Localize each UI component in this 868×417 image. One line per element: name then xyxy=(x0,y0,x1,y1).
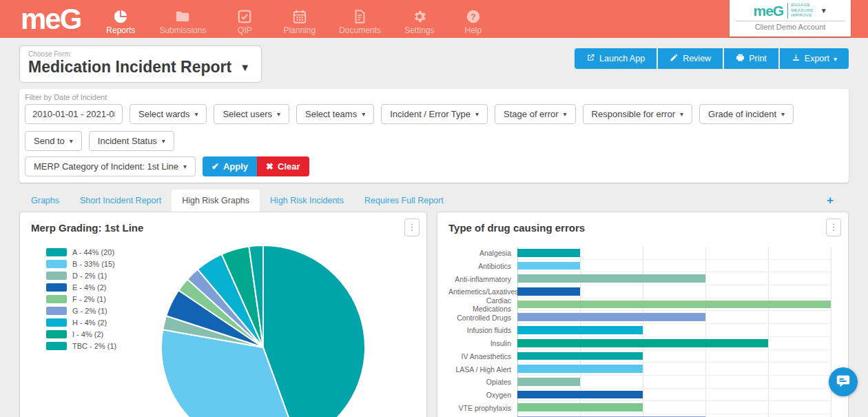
tab-high-risk-incidents[interactable]: High Risk Incidents xyxy=(260,190,354,212)
bar[interactable] xyxy=(517,262,580,270)
chevron-down-icon: ▾ xyxy=(781,110,785,118)
chevron-down-icon: ▾ xyxy=(194,110,198,118)
chevron-down-icon: ▾ xyxy=(475,110,479,118)
bar-category-label: VTE prophylaxis xyxy=(448,404,517,412)
nav-item-settings[interactable]: Settings xyxy=(404,9,435,35)
bar[interactable] xyxy=(517,403,643,411)
bar[interactable] xyxy=(517,301,831,309)
add-tab-button[interactable]: + xyxy=(827,194,834,207)
filter-incident-status-dropdown[interactable]: Incident Status▾ xyxy=(89,131,174,151)
bar-category-label: Oxygen xyxy=(448,391,517,399)
nav-item-help[interactable]: ?Help xyxy=(458,9,488,35)
bar[interactable] xyxy=(517,249,580,257)
legend-swatch xyxy=(46,330,67,338)
pie-chart-title: Merp Grading: 1st Line xyxy=(20,212,426,234)
filter-stage-of-error-dropdown[interactable]: Stage of error▾ xyxy=(495,104,576,124)
bar[interactable] xyxy=(517,391,643,399)
filter-grade-of-incident-dropdown[interactable]: Grade of incident▾ xyxy=(699,104,794,124)
top-navbar: meG ReportsSubmissionsQIPPlanningDocumen… xyxy=(0,0,868,38)
pie-chart-icon xyxy=(113,9,128,24)
apply-button[interactable]: ✔ Apply xyxy=(203,156,257,176)
account-logo-row: meG ENGAGE MEASURE IMPROVE ▼ xyxy=(735,3,845,21)
bar-category-label: Infusion fluids xyxy=(448,326,517,334)
legend-item-b[interactable]: B - 33% (15) xyxy=(46,260,116,268)
folder-icon xyxy=(175,9,190,24)
page-content: Choose Form: Medication Incident Report … xyxy=(0,38,868,417)
bar-row-antibiotics: Antibiotics xyxy=(448,260,831,273)
date-range-input[interactable] xyxy=(25,104,123,124)
chevron-down-icon: ▾ xyxy=(680,110,683,118)
filter-merp-category-of-incident-1st-line-dropdown[interactable]: MERP Category of Incident: 1st Line▾ xyxy=(25,156,196,176)
bar[interactable] xyxy=(517,326,643,334)
tab-high-risk-graphs[interactable]: High Risk Graphs xyxy=(172,190,260,212)
tab-graphs[interactable]: Graphs xyxy=(21,190,70,212)
legend-swatch xyxy=(46,307,67,315)
legend-item-h[interactable]: H - 4% (2) xyxy=(46,318,116,327)
bar-row-lasa-high-alert: LASA / High Alert xyxy=(448,363,831,376)
legend-swatch xyxy=(46,272,67,280)
bar-row-vte-prophylaxis: VTE prophylaxis xyxy=(448,401,831,414)
bar[interactable] xyxy=(517,287,580,296)
bar[interactable] xyxy=(517,378,580,386)
print-button[interactable]: Print xyxy=(724,48,778,69)
bar[interactable] xyxy=(517,339,768,347)
legend-item-a[interactable]: A - 44% (20) xyxy=(46,248,116,256)
bar-chart-title: Type of drug causing errors xyxy=(437,212,848,234)
legend-swatch xyxy=(46,342,67,350)
panel-menu-button[interactable]: ⋮ xyxy=(826,218,841,236)
filter-select-wards-dropdown[interactable]: Select wards▾ xyxy=(130,104,207,124)
filter-send-to-dropdown[interactable]: Send to▾ xyxy=(25,131,82,151)
bar-row-anti-inflammatory: Anti-inflammatory xyxy=(448,272,831,285)
chat-button[interactable] xyxy=(829,367,858,396)
report-tabs: GraphsShort Incident ReportHigh Risk Gra… xyxy=(19,190,849,212)
bar-row-iv-anaesthetics: IV Anaesthetics xyxy=(448,350,831,363)
bar[interactable] xyxy=(517,313,705,321)
account-switcher[interactable]: meG ENGAGE MEASURE IMPROVE ▼ Client Demo… xyxy=(730,0,851,37)
filter-incident-error-type-dropdown[interactable]: Incident / Error Type▾ xyxy=(381,104,488,124)
form-selector[interactable]: Choose Form: Medication Incident Report … xyxy=(19,45,262,83)
legend-item-i[interactable]: I - 4% (2) xyxy=(46,330,116,338)
legend-swatch xyxy=(46,260,67,268)
pie-chart[interactable] xyxy=(159,243,367,417)
filter-responsible-for-error-dropdown[interactable]: Responsible for error▾ xyxy=(583,104,692,124)
legend-item-tbc[interactable]: TBC - 2% (1) xyxy=(46,342,116,350)
nav-item-submissions[interactable]: Submissions xyxy=(159,9,206,35)
meg-account-logo: meG xyxy=(753,3,783,18)
bar-category-label: Antiemetics/Laxatives xyxy=(448,287,517,296)
chevron-down-icon[interactable]: ▼ xyxy=(820,7,827,14)
legend-item-e[interactable]: E - 4% (2) xyxy=(46,283,116,292)
chevron-down-icon: ▾ xyxy=(362,110,365,118)
download-icon xyxy=(792,53,800,64)
meg-logo[interactable]: meG xyxy=(0,0,100,38)
bar[interactable] xyxy=(517,352,643,360)
bar-row-opiates: Opiates xyxy=(448,376,831,389)
bar-category-label: Controlled Drugs xyxy=(448,314,517,322)
charts-area: Merp Grading: 1st Line ⋮ A - 44% (20)B -… xyxy=(19,212,849,417)
legend-swatch xyxy=(46,283,67,292)
bar[interactable] xyxy=(517,365,643,373)
legend-item-f[interactable]: F - 2% (1) xyxy=(46,295,116,303)
check-icon: ✔ xyxy=(211,161,219,172)
bar-row-infusion-fluids: Infusion fluids xyxy=(448,324,831,337)
panel-menu-button[interactable]: ⋮ xyxy=(404,218,420,236)
filter-select-users-dropdown[interactable]: Select users▾ xyxy=(214,104,289,124)
tab-short-incident-report[interactable]: Short Incident Report xyxy=(70,190,172,212)
nav-item-reports[interactable]: Reports xyxy=(105,9,136,35)
filter-panel: Filter by Date of Incident Select wards▾… xyxy=(19,89,849,183)
bar[interactable] xyxy=(517,274,705,283)
pie-chart-panel: Merp Grading: 1st Line ⋮ A - 44% (20)B -… xyxy=(19,212,427,417)
export-button[interactable]: Export▾ xyxy=(780,48,849,69)
nav-item-documents[interactable]: Documents xyxy=(339,9,381,35)
tab-requires-full-report[interactable]: Requires Full Report xyxy=(354,190,454,212)
chat-icon xyxy=(836,374,851,391)
legend-item-d[interactable]: D - 2% (1) xyxy=(46,272,116,280)
document-icon xyxy=(352,9,367,24)
legend-item-g[interactable]: G - 2% (1) xyxy=(46,307,116,315)
nav-item-qip[interactable]: QIP xyxy=(229,9,260,35)
review-button[interactable]: Review xyxy=(658,48,723,69)
launch-app-button[interactable]: Launch App xyxy=(575,48,657,69)
nav-item-planning[interactable]: Planning xyxy=(283,9,316,35)
clear-button[interactable]: ✖ Clear xyxy=(257,156,309,176)
filter-select-teams-dropdown[interactable]: Select teams▾ xyxy=(296,104,374,124)
bar-category-label: Insulin xyxy=(448,339,517,347)
